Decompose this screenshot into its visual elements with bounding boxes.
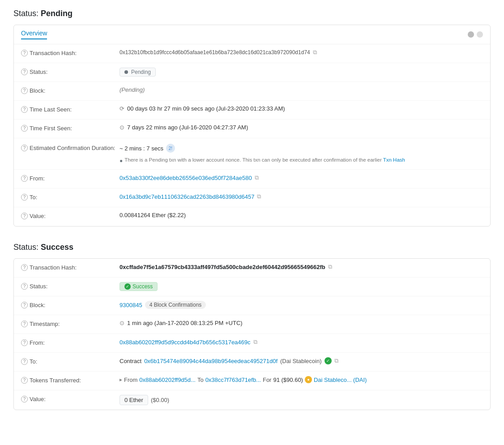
ether-value-box: 0 Ether xyxy=(120,395,148,405)
success-block-row: ? Block: 9300845 4 Block Confirmations xyxy=(14,296,490,315)
from-address-link[interactable]: 0x88ab60202ff9d5d9ccdd4b4d7b656c5317ea46… xyxy=(120,339,251,346)
tx-hash-value: 0x132b10fbcb1d9fccc4d6b05afaae1e61b6ba72… xyxy=(120,49,483,56)
to-value: 0x16a3bd9c7eb11106326cad2263bd8463980d64… xyxy=(120,193,483,200)
copy-from-icon[interactable]: ⧉ xyxy=(255,174,259,181)
pending-block-row: ? Block: (Pending) xyxy=(14,82,490,101)
question-icon: ? xyxy=(21,194,28,201)
block-value: 9300845 4 Block Confirmations xyxy=(120,301,483,309)
success-section-title: Status: Success xyxy=(13,243,491,252)
timestamp-value: ⊙ 1 min ago (Jan-17-2020 08:13:25 PM +UT… xyxy=(120,320,483,326)
tokens-to-link[interactable]: 0x38cc7f763d71efb... xyxy=(205,377,261,383)
question-icon: ? xyxy=(21,396,28,402)
time-first-seen-value: ⊙ 7 days 22 mins ago (Jul-16-2020 04:27:… xyxy=(120,124,483,131)
pending-badge: Pending xyxy=(120,68,156,77)
success-tx-hash-row: ? Transaction Hash: 0xcffade7f5e1a67579c… xyxy=(14,259,490,278)
value-label: ? Value: xyxy=(21,395,120,402)
time-first-seen-row: ? Time First Seen: ⊙ 7 days 22 mins ago … xyxy=(14,120,490,138)
value-label: ? Value: xyxy=(21,212,120,219)
from-value: 0x53ab330f2ee86debb26556e036ed50f7284ae5… xyxy=(120,174,483,181)
tokens-value: ▸ From 0x88ab60202ff9d5d... To 0x38cc7f7… xyxy=(120,376,483,383)
contract-address-link[interactable]: 0x6b175474e89094c44da98b954eedeac495271d… xyxy=(144,358,278,364)
question-icon: ? xyxy=(21,175,28,182)
question-icon: ? xyxy=(21,358,28,365)
tokens-transfer-info: ▸ From 0x88ab60202ff9d5d... To 0x38cc7f7… xyxy=(120,376,367,383)
info-icon: ● xyxy=(120,158,123,164)
question-icon: ? xyxy=(21,321,28,327)
value-value: 0.00841264 Ether ($2.22) xyxy=(120,212,483,218)
confirmations-badge: 4 Block Confirmations xyxy=(145,301,206,309)
to-value: Contract 0x6b175474e89094c44da98b954eede… xyxy=(120,357,483,364)
tokens-from-link[interactable]: 0x88ab60202ff9d5d... xyxy=(139,377,196,383)
dot-1 xyxy=(468,31,474,38)
est-confirmation-value: ~ 2 mins : 7 secs 2! ● There is a Pendin… xyxy=(120,144,483,164)
time-first-seen-label: ? Time First Seen: xyxy=(21,124,120,132)
to-label: ? To: xyxy=(21,193,120,201)
question-icon: ? xyxy=(21,145,28,151)
card-dots xyxy=(468,31,483,38)
pending-status-row: ? Status: Pending xyxy=(14,63,490,82)
status-value: Pending xyxy=(120,68,483,77)
success-card: ? Transaction Hash: 0xcffade7f5e1a67579c… xyxy=(13,258,491,410)
block-value: (Pending) xyxy=(120,86,483,93)
tx-hash-label: ? Transaction Hash: xyxy=(21,263,120,271)
pending-value-row: ? Value: 0.00841264 Ether ($2.22) xyxy=(14,207,490,226)
dot-2 xyxy=(477,31,483,38)
time-last-seen-row: ? Time Last Seen: ⟳ 00 days 03 hr 27 min… xyxy=(14,101,490,120)
transfer-arrow: ▸ xyxy=(120,377,122,383)
success-badge: ✓ Success xyxy=(120,282,158,291)
copy-to-icon[interactable]: ⧉ xyxy=(257,193,261,200)
question-icon: ? xyxy=(21,50,28,56)
copy-from-icon[interactable]: ⧉ xyxy=(253,338,257,346)
info-note: ● There is a Pending txn with a lower ac… xyxy=(120,157,405,164)
copy-hash-icon[interactable]: ⧉ xyxy=(313,49,317,56)
tx-hash-label: ? Transaction Hash: xyxy=(21,49,120,56)
est-confirmation-label: ? Estimated Confirmation Duration: xyxy=(21,144,120,151)
from-address-link[interactable]: 0x53ab330f2ee86debb26556e036ed50f7284ae5… xyxy=(120,175,252,181)
block-label: ? Block: xyxy=(21,86,120,94)
txn-hash-link[interactable]: Txn Hash xyxy=(383,157,405,163)
pending-card: Overview ? Transaction Hash: 0x132b10fbc… xyxy=(13,25,491,227)
token-name-link[interactable]: Dai Stableco... (DAI) xyxy=(314,377,367,383)
dai-token-icon: ● xyxy=(305,376,312,383)
success-value-row: ? Value: 0 Ether ($0.00) xyxy=(14,390,490,410)
from-label: ? From: xyxy=(21,338,120,346)
success-to-row: ? To: Contract 0x6b175474e89094c44da98b9… xyxy=(14,353,490,372)
pending-to-row: ? To: 0x16a3bd9c7eb11106326cad2263bd8463… xyxy=(14,188,490,207)
check-icon: ✓ xyxy=(124,283,131,290)
time-last-seen-value: ⟳ 00 days 03 hr 27 min 09 secs ago (Jul-… xyxy=(120,105,483,112)
overview-tab[interactable]: Overview xyxy=(21,30,47,39)
tokens-label: ? Tokens Transferred: xyxy=(21,376,120,384)
tokens-transferred-row: ? Tokens Transferred: ▸ From 0x88ab60202… xyxy=(14,372,490,390)
value-value: 0 Ether ($0.00) xyxy=(120,395,483,405)
question-icon: ? xyxy=(21,283,28,290)
pending-section-title: Status: Pending xyxy=(13,9,491,18)
copy-hash-icon[interactable]: ⧉ xyxy=(328,263,332,270)
from-label: ? From: xyxy=(21,174,120,182)
verified-icon: ✓ xyxy=(325,357,332,364)
est-confirmation-row: ? Estimated Confirmation Duration: ~ 2 m… xyxy=(14,138,490,170)
time-last-seen-label: ? Time Last Seen: xyxy=(21,105,120,113)
pending-dot xyxy=(124,70,128,74)
clock-icon: ⟳ xyxy=(120,105,124,112)
question-icon: ? xyxy=(21,264,28,271)
copy-contract-icon[interactable]: ⧉ xyxy=(334,357,338,364)
clock-icon: ⊙ xyxy=(120,124,124,131)
to-address-link[interactable]: 0x16a3bd9c7eb11106326cad2263bd8463980d64… xyxy=(120,193,254,200)
question-icon: ? xyxy=(21,106,28,113)
question-icon: ? xyxy=(21,302,28,308)
success-from-row: ? From: 0x88ab60202ff9d5d9ccdd4b4d7b656c… xyxy=(14,334,490,353)
block-number-link[interactable]: 9300845 xyxy=(120,302,142,308)
card-header: Overview xyxy=(14,25,490,44)
status-value: ✓ Success xyxy=(120,282,483,291)
success-status-row: ? Status: ✓ Success xyxy=(14,278,490,296)
to-label: ? To: xyxy=(21,357,120,365)
question-icon: ? xyxy=(21,377,28,384)
question-icon: ? xyxy=(21,68,28,75)
status-label: ? Status: xyxy=(21,68,120,75)
pending-tx-hash-row: ? Transaction Hash: 0x132b10fbcb1d9fccc4… xyxy=(14,44,490,63)
block-label: ? Block: xyxy=(21,301,120,308)
from-value: 0x88ab60202ff9d5d9ccdd4b4d7b656c5317ea46… xyxy=(120,338,483,346)
clock-icon: ⊙ xyxy=(120,320,124,326)
question-icon: ? xyxy=(21,125,28,132)
pending-from-row: ? From: 0x53ab330f2ee86debb26556e036ed50… xyxy=(14,170,490,188)
